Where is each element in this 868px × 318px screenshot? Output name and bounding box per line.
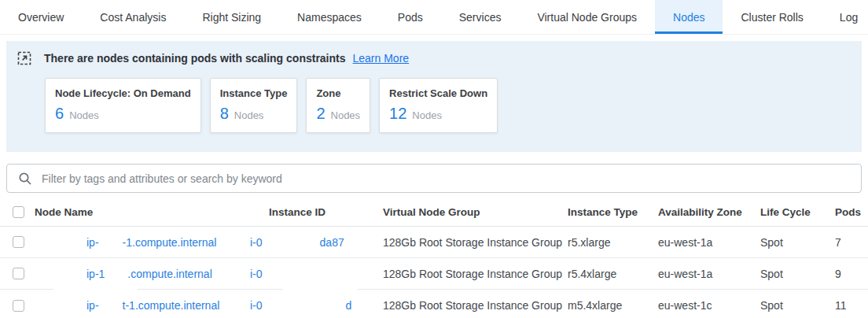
vng-cell: 128Gb Root Storage Instance Group: [383, 236, 568, 249]
node-name-cell: ip-1.compute.internal: [35, 268, 250, 280]
node-name-link[interactable]: .compute.internal: [127, 268, 211, 280]
col-node-name: Node Name: [35, 206, 250, 218]
col-pods: Pods: [835, 206, 868, 218]
tab-virtual-node-groups[interactable]: Virtual Node Groups: [519, 0, 655, 34]
tab-cluster-rolls[interactable]: Cluster Rolls: [723, 0, 821, 34]
pods-cell: 11: [835, 299, 868, 312]
col-availability-zone: Availability Zone: [658, 206, 760, 218]
constraint-card-zone[interactable]: Zone2Nodes: [306, 78, 370, 133]
tab-right-sizing[interactable]: Right Sizing: [184, 0, 279, 34]
instance-id-link[interactable]: da87: [320, 236, 344, 249]
node-name-link[interactable]: t-1.compute.internal: [123, 299, 220, 312]
learn-more-link[interactable]: Learn More: [353, 52, 410, 65]
instance-type-cell: r5.xlarge: [568, 236, 658, 249]
instance-id-link[interactable]: i-0: [250, 299, 263, 312]
select-all-checkbox[interactable]: [13, 206, 24, 218]
nodes-table: Node Name Instance ID Virtual Node Group…: [0, 198, 868, 318]
col-virtual-node-group: Virtual Node Group: [383, 206, 568, 218]
instance-id-cell: i-0: [250, 268, 383, 280]
node-name-link[interactable]: ip-: [86, 236, 99, 249]
col-life-cycle: Life Cycle: [760, 206, 835, 218]
node-name-cell: ip--1.compute.internal: [35, 236, 250, 249]
col-instance-type: Instance Type: [568, 206, 658, 218]
pods-cell: 9: [835, 268, 868, 280]
node-name-link[interactable]: ip-1: [86, 268, 105, 280]
node-name-link[interactable]: -1.compute.internal: [123, 236, 217, 249]
card-unit: Nodes: [331, 109, 361, 121]
tab-nodes[interactable]: Nodes: [655, 0, 723, 34]
constraint-cards: Node Lifecycle: On Demand6NodesInstance …: [45, 78, 851, 133]
card-count: 6: [55, 105, 64, 123]
availability-zone-cell: eu-west-1a: [658, 236, 760, 249]
tab-bar: OverviewCost AnalysisRight SizingNamespa…: [0, 0, 868, 35]
tab-services[interactable]: Services: [441, 0, 520, 34]
col-instance-id: Instance ID: [250, 206, 383, 218]
card-title: Node Lifecycle: On Demand: [55, 87, 191, 99]
table-row: ip-t-1.compute.internali-0d128Gb Root St…: [0, 290, 868, 318]
vng-cell: 128Gb Root Storage Instance Group: [383, 299, 568, 312]
row-checkbox[interactable]: [13, 236, 24, 248]
life-cycle-cell: Spot: [760, 299, 835, 312]
card-count-row: 2Nodes: [316, 105, 360, 123]
filter-search-bar[interactable]: [6, 164, 862, 193]
card-title: Zone: [316, 87, 360, 99]
tab-namespaces[interactable]: Namespaces: [279, 0, 380, 34]
card-unit: Nodes: [69, 109, 99, 121]
instance-id-link[interactable]: i-0: [250, 268, 263, 280]
node-name-cell: ip-t-1.compute.internal: [35, 299, 250, 312]
tab-cost-analysis[interactable]: Cost Analysis: [82, 0, 184, 34]
availability-zone-cell: eu-west-1a: [658, 268, 760, 280]
instance-id-cell: i-0da87: [250, 236, 383, 249]
card-count-row: 12Nodes: [389, 105, 487, 123]
pods-cell: 7: [835, 236, 868, 249]
constraint-card-node-lifecycle-on-demand[interactable]: Node Lifecycle: On Demand6Nodes: [45, 78, 201, 133]
row-checkbox[interactable]: [13, 300, 24, 312]
instance-id-link[interactable]: i-0: [250, 236, 263, 249]
card-count: 8: [220, 105, 229, 123]
card-title: Instance Type: [220, 87, 288, 99]
tab-overview[interactable]: Overview: [0, 0, 82, 34]
instance-id-cell: i-0d: [250, 299, 383, 312]
table-body: ip--1.compute.internali-0da87128Gb Root …: [0, 227, 868, 318]
tab-pods[interactable]: Pods: [380, 0, 441, 34]
table-row: ip--1.compute.internali-0da87128Gb Root …: [0, 227, 868, 258]
table-row: ip-1.compute.internali-0128Gb Root Stora…: [0, 258, 868, 290]
scaling-constraints-banner: There are nodes containing pods with sca…: [6, 41, 862, 152]
constraint-card-restrict-scale-down[interactable]: Restrict Scale Down12Nodes: [379, 78, 498, 133]
life-cycle-cell: Spot: [760, 236, 835, 249]
instance-type-cell: r5.4xlarge: [568, 268, 658, 280]
tab-log[interactable]: Log: [822, 0, 868, 34]
card-count: 2: [316, 105, 325, 123]
instance-id-link[interactable]: d: [346, 299, 352, 312]
banner-message: There are nodes containing pods with sca…: [44, 52, 346, 65]
scaling-constraint-icon: [17, 51, 31, 65]
banner-message-row: There are nodes containing pods with sca…: [17, 51, 851, 65]
table-header-row: Node Name Instance ID Virtual Node Group…: [0, 198, 868, 227]
card-title: Restrict Scale Down: [389, 87, 487, 99]
search-input[interactable]: [42, 172, 861, 185]
card-count-row: 8Nodes: [220, 105, 288, 123]
vng-cell: 128Gb Root Storage Instance Group: [383, 268, 568, 280]
card-count-row: 6Nodes: [55, 105, 191, 123]
constraint-card-instance-type[interactable]: Instance Type8Nodes: [210, 78, 298, 133]
node-name-link[interactable]: ip-: [86, 299, 99, 312]
search-icon: [18, 172, 32, 186]
row-checkbox[interactable]: [13, 268, 24, 279]
life-cycle-cell: Spot: [760, 268, 835, 280]
card-unit: Nodes: [234, 109, 264, 121]
card-unit: Nodes: [412, 109, 442, 121]
instance-type-cell: m5.4xlarge: [568, 299, 658, 312]
availability-zone-cell: eu-west-1c: [658, 299, 760, 312]
card-count: 12: [389, 105, 406, 123]
